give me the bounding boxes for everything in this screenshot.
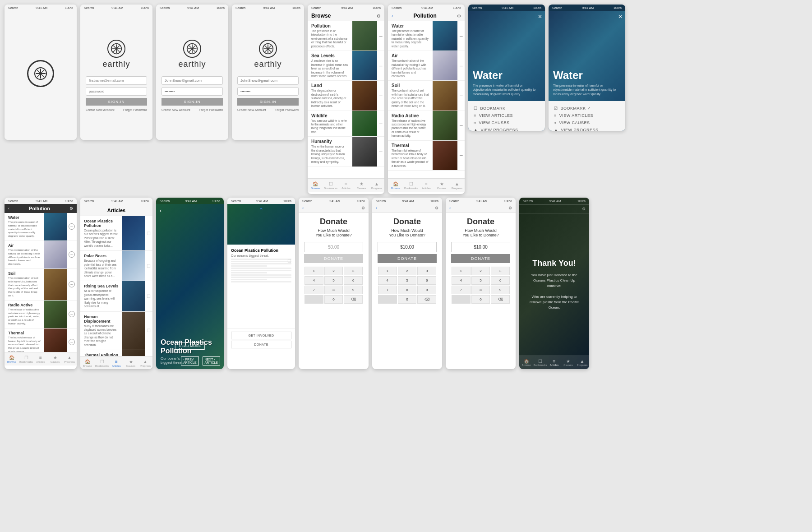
browse-minus-pollution[interactable]: − (377, 21, 384, 51)
poll-item-air-2[interactable]: Air The contamination of the natural air… (5, 241, 77, 269)
tab-bookmarks-4[interactable]: ☐Bookmarks (95, 356, 109, 369)
water-bookmark-action[interactable]: ☐ BOOKMARK (474, 105, 540, 112)
ty-tab-causes[interactable]: ★Causes (561, 356, 575, 369)
tab-progress[interactable]: ▲Progress (369, 179, 384, 192)
tab-articles-2[interactable]: ≡Articles (419, 179, 434, 192)
numpad3-8-key[interactable]: 8 (471, 286, 490, 294)
article-item-ocean[interactable]: Ocean Plastics Pollution Ocean plastic p… (80, 216, 152, 251)
thankyou-gear[interactable]: ⚙ (582, 207, 586, 211)
get-involved-btn[interactable]: GET INVOLVED (231, 332, 291, 339)
tab-bookmarks-3[interactable]: ☐Bookmarks (19, 352, 33, 365)
browse-gear-icon[interactable]: ⚙ (377, 14, 381, 19)
browse-minus-water[interactable]: − (457, 21, 465, 51)
poll-item-soil[interactable]: Soil The contamination of soil with harm… (388, 81, 465, 111)
water-causes-action[interactable]: ≈ VIEW CAUSES (474, 119, 540, 126)
read-more-btn[interactable]: READ MORE (175, 341, 205, 349)
water-articles-action-2[interactable]: ≡ VIEW ARTICLES (554, 112, 620, 119)
numpad3-del-key[interactable]: ⌫ (491, 295, 510, 304)
numpad2-7-key[interactable]: 7 (378, 286, 397, 294)
browse-item-sea[interactable]: Sea Levels A sea level rise is an increa… (308, 51, 384, 81)
scroll-indicator[interactable]: ⌃ (258, 207, 264, 214)
browse-item-pollution[interactable]: Pollution The presence in or introductio… (308, 21, 384, 51)
numpad-8-key[interactable]: 8 (324, 286, 343, 294)
poll-item-water-2[interactable]: Water The presence in water of harmful o… (5, 213, 77, 241)
tab-browse-2[interactable]: 🏠Browse (388, 179, 403, 192)
password-input-empty[interactable] (86, 87, 147, 96)
tab-articles-3[interactable]: ≡Articles (33, 352, 48, 365)
poll-item-thermal-2[interactable]: Thermal The harmful release of heated li… (5, 328, 77, 352)
ty-tab-articles[interactable]: ≡Articles (547, 356, 561, 369)
numpad-9-key[interactable]: 9 (344, 286, 363, 294)
numpad-5-key[interactable]: 5 (324, 276, 343, 285)
numpad2-2-key[interactable]: 2 (398, 267, 417, 275)
numpad3-5-key[interactable]: 5 (471, 276, 490, 285)
article-item-polar[interactable]: Polar Bears Because of ongoing and poten… (80, 251, 152, 281)
numpad2-9-key[interactable]: 9 (417, 286, 436, 294)
tab-causes-4[interactable]: ★Causes (124, 356, 138, 369)
numpad-6-key[interactable]: 6 (344, 276, 363, 285)
prev-article-btn[interactable]: ‹ PREVARTICLE (181, 356, 198, 365)
create-account-link-3[interactable]: Create New Account (237, 108, 266, 111)
numpad2-3-key[interactable]: 3 (417, 267, 436, 275)
numpad-7-key[interactable]: 7 (304, 286, 323, 294)
article-item-thermal[interactable]: Thermal Pollution The harmful release of… (80, 350, 152, 356)
donate-gear-2[interactable]: ⚙ (435, 206, 438, 210)
minus-circle-air[interactable]: − (69, 251, 75, 258)
browse-minus-radio[interactable]: − (457, 111, 465, 140)
signin-btn-3[interactable]: SIGN-IN (237, 98, 299, 106)
water-close-btn[interactable]: ✕ (538, 14, 542, 20)
minus-circle-water[interactable]: − (69, 223, 75, 230)
forgot-password-link-2[interactable]: Forgot Password (199, 108, 223, 111)
donate-gear-3[interactable]: ⚙ (508, 206, 512, 210)
poll-item-thermal[interactable]: Thermal The harmful release of heated li… (388, 141, 465, 171)
poll-item-water[interactable]: Water The presence in water of harmful o… (388, 21, 465, 51)
tab-browse[interactable]: 🏠Browse (308, 179, 323, 192)
poll-item-radio-2[interactable]: Radio Active The release of radioactive … (5, 301, 77, 328)
numpad3-7-key[interactable]: 7 (452, 286, 471, 294)
minus-circle-thermal[interactable]: − (69, 339, 75, 345)
tab-browse-4[interactable]: 🏠Browse (80, 356, 95, 369)
tab-articles[interactable]: ≡Articles (338, 179, 354, 192)
numpad2-del-key[interactable]: ⌫ (417, 295, 436, 304)
numpad3-9-key[interactable]: 9 (491, 286, 510, 294)
numpad3-1-key[interactable]: 1 (452, 267, 471, 275)
tab-progress-4[interactable]: ▲Progress (138, 356, 152, 369)
donate-back-btn-1[interactable]: ‹ (302, 206, 304, 210)
browse-item-humanity[interactable]: Humanity The entire human race or the ch… (308, 137, 384, 167)
signin-btn-1[interactable]: SIGN-IN (86, 98, 147, 106)
numpad2-1-key[interactable]: 1 (378, 267, 397, 275)
browse-item-wildlife[interactable]: Wildlife You can use wildlife to refer t… (308, 111, 384, 137)
browse-minus-sea[interactable]: − (377, 51, 384, 80)
numpad3-3-key[interactable]: 3 (491, 267, 510, 275)
donate-gear-1[interactable]: ⚙ (361, 206, 365, 210)
donate-btn-article[interactable]: DONATE (231, 341, 291, 348)
water-causes-action-2[interactable]: ≈ VIEW CAUSES (554, 119, 620, 126)
tab-causes-3[interactable]: ★Causes (48, 352, 62, 365)
article-ocean-bookmark[interactable]: ☐ (147, 231, 151, 236)
numpad3-2-key[interactable]: 2 (471, 267, 490, 275)
poll-item-soil-2[interactable]: Soil The contamination of soil with harm… (5, 269, 77, 301)
poll-item-radio[interactable]: Radio Active The release of radioactive … (388, 111, 465, 141)
article-sea-bookmark[interactable]: ☐ (147, 294, 151, 299)
email-input-filled1[interactable] (161, 76, 223, 85)
numpad2-5-key[interactable]: 5 (398, 276, 417, 285)
poll-gear[interactable]: ⚙ (69, 206, 73, 211)
tab-bookmarks[interactable]: ☐Bookmarks (323, 179, 338, 192)
signin-btn-2[interactable]: SIGN-IN (161, 98, 223, 106)
article-item-sea[interactable]: Rising Sea Levels As a consequence of gl… (80, 281, 152, 311)
tab-progress-2[interactable]: ▲Progress (449, 179, 465, 192)
email-input-filled2[interactable] (237, 76, 299, 85)
numpad-1-key[interactable]: 1 (304, 267, 323, 275)
forgot-password-link-3[interactable]: Forgot Password (275, 108, 299, 111)
water-close-btn-2[interactable]: ✕ (618, 14, 623, 20)
password-input-filled2[interactable] (237, 87, 299, 96)
numpad-0-key[interactable]: 0 (324, 295, 343, 304)
water-progress-action[interactable]: ▲ VIEW PROGRESS (474, 126, 540, 131)
tab-progress-3[interactable]: ▲Progress (62, 352, 77, 365)
numpad2-8-key[interactable]: 8 (398, 286, 417, 294)
donate-back-btn-2[interactable]: ‹ (376, 206, 377, 210)
numpad-del-key[interactable]: ⌫ (344, 295, 363, 304)
create-account-link-2[interactable]: Create New Account (161, 108, 190, 111)
forgot-password-link-1[interactable]: Forgot Password (123, 108, 147, 111)
numpad2-0-key[interactable]: 0 (398, 295, 417, 304)
